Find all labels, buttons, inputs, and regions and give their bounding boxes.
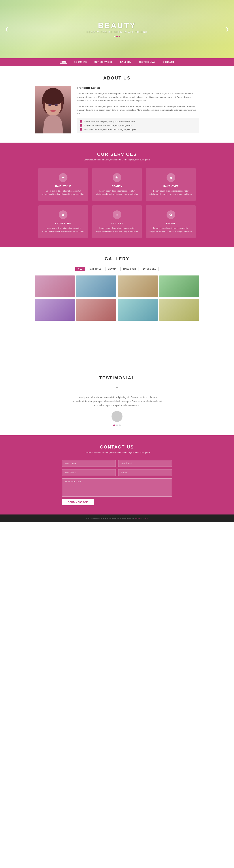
testimonial-title: TESTIMONIAL <box>15 375 219 380</box>
nav-item-contact[interactable]: CONTACT <box>163 61 174 64</box>
about-heading: Trending Styles <box>77 86 199 90</box>
service-name-5: FACIAL <box>149 222 192 225</box>
footer: © 2024 Beauty. All Rights Reserved. Desi… <box>0 515 234 522</box>
about-list-item-2: ✓ Sagittis, sem quis lacinia faucibus, o… <box>80 124 196 127</box>
service-card-2: ★ MAKE OVER Lorem ipsum dolor sit amet c… <box>146 168 196 201</box>
about-list-text-3: Ipsum dolor sit amet, consectetur Morbi … <box>84 128 136 130</box>
about-title: ABOUT US <box>15 75 219 81</box>
service-card-5: ✿ FACIAL Lorem ipsum dolor sit amet cons… <box>146 205 196 238</box>
service-name-2: MAKE OVER <box>149 185 192 188</box>
gallery-item-8[interactable] <box>159 299 199 321</box>
service-desc-1: Lorem ipsum dolor sit amet consectetur a… <box>96 189 138 196</box>
hero-next-arrow[interactable]: ❯ <box>224 25 230 33</box>
contact-message-textarea[interactable] <box>62 478 172 497</box>
about-list-item-1: ✓ Consectetur Morbi sagittis, sem quici … <box>80 120 196 123</box>
contact-form: SEND MESSAGE <box>62 460 172 505</box>
testimonial-dots <box>15 425 219 426</box>
contact-subject-input[interactable] <box>118 469 172 476</box>
testimonial-section: TESTIMONIAL " Lorem ipsum dolor sit amet… <box>0 366 234 435</box>
svg-point-9 <box>50 110 56 112</box>
contact-row-1 <box>62 460 172 467</box>
service-card-4: ♦ NAIL ART Lorem ipsum dolor sit amet co… <box>92 205 142 238</box>
service-name-3: NATURE SPA <box>42 222 85 225</box>
about-text: Trending Styles Lorem ipsum dolor sit am… <box>77 86 199 133</box>
service-desc-5: Lorem ipsum dolor sit amet consectetur a… <box>149 227 192 233</box>
svg-point-8 <box>54 104 58 105</box>
nav-item-home[interactable]: HOME <box>59 61 67 64</box>
contact-phone-input[interactable] <box>62 469 116 476</box>
quote-icon: " <box>15 386 219 393</box>
footer-text: © 2024 Beauty. All Rights Reserved. Desi… <box>86 518 134 519</box>
hero-dot-2[interactable] <box>116 36 118 37</box>
service-icon-4: ♦ <box>113 210 121 219</box>
t-dot-2[interactable] <box>116 425 118 426</box>
service-card-0: ✦ HAIR STYLE Lorem ipsum dolor sit amet … <box>38 168 88 201</box>
about-person-svg <box>35 86 71 133</box>
nav-item-services[interactable]: OUR SERVICES <box>94 61 113 64</box>
about-list-text-1: Consectetur Morbi sagittis, sem quici ip… <box>84 120 135 123</box>
service-desc-0: Lorem ipsum dolor sit amet consectetur a… <box>42 189 85 196</box>
service-desc-2: Lorem ipsum dolor sit amet consectetur a… <box>149 189 192 196</box>
nav-item-testimonial[interactable]: TESTIMONIAL <box>139 61 155 64</box>
about-image <box>35 86 71 133</box>
service-icon-2: ★ <box>166 173 175 182</box>
gallery-item-3[interactable] <box>118 276 158 297</box>
svg-point-7 <box>48 104 52 105</box>
hero-title: BEAUTY <box>86 21 147 30</box>
contact-email-input[interactable] <box>118 460 172 467</box>
gallery-section: GALLERY ALL HAIR STYLE BEAUTY MAKE OVER … <box>0 247 234 366</box>
hero-prev-arrow[interactable]: ❮ <box>4 25 10 33</box>
about-para-2: Lorem ipsum dolor sit amet, voluptaria, … <box>77 105 199 116</box>
gallery-item-7[interactable] <box>118 299 158 321</box>
gallery-item-5[interactable] <box>35 299 75 321</box>
services-section: OUR SERVICES Lorem ipsum dolor sit amet,… <box>0 143 234 247</box>
hero-content: BEAUTY BEAUTY CAN BE SEEN IN ALL THINGS <box>86 21 147 37</box>
about-content: Trending Styles Lorem ipsum dolor sit am… <box>35 86 199 133</box>
testimonial-text: Lorem ipsum dolor sit amet, consectetur … <box>71 396 163 407</box>
about-para-1: Lorem ipsum dolor sit amet, quis mea vol… <box>77 92 199 103</box>
testimonial-avatar <box>111 411 123 422</box>
service-name-4: NAIL ART <box>96 222 138 225</box>
gallery-title: GALLERY <box>15 256 219 261</box>
about-list-item-3: ✓ Ipsum dolor sit amet, consectetur Morb… <box>80 128 196 131</box>
contact-row-2 <box>62 469 172 476</box>
footer-brand-link[interactable]: ThemeWagon <box>135 518 148 519</box>
t-dot-1[interactable] <box>113 425 115 426</box>
services-grid: ✦ HAIR STYLE Lorem ipsum dolor sit amet … <box>38 168 196 238</box>
gallery-item-4[interactable] <box>159 276 199 297</box>
service-icon-3: ◆ <box>59 210 68 219</box>
gallery-item-6[interactable] <box>76 299 116 321</box>
contact-subtitle: Lorem ipsum dolor sit amet, consectetur … <box>15 452 219 454</box>
nav-item-about[interactable]: ABOUT ME <box>74 61 87 64</box>
filter-nature[interactable]: NATURE SPA <box>140 267 159 271</box>
t-dot-3[interactable] <box>119 425 121 426</box>
hero-dot-1[interactable] <box>114 36 115 37</box>
service-name-0: HAIR STYLE <box>42 185 85 188</box>
svg-point-4 <box>43 91 63 105</box>
bullet-icon-3: ✓ <box>80 128 82 131</box>
gallery-item-1[interactable] <box>35 276 75 297</box>
filter-hair[interactable]: HAIR STYLE <box>86 267 104 271</box>
filter-all[interactable]: ALL <box>75 267 85 271</box>
contact-title: CONTACT US <box>15 444 219 450</box>
nav-item-gallery[interactable]: GALLERY <box>120 61 132 64</box>
contact-section: CONTACT US Lorem ipsum dolor sit amet, c… <box>0 435 234 515</box>
service-card-3: ◆ NATURE SPA Lorem ipsum dolor sit amet … <box>38 205 88 238</box>
service-icon-0: ✦ <box>59 173 68 182</box>
main-nav: HOME ABOUT ME OUR SERVICES GALLERY TESTI… <box>0 58 234 66</box>
service-card-1: ❀ BEAUTY Lorem ipsum dolor sit amet cons… <box>92 168 142 201</box>
filter-beauty[interactable]: BEAUTY <box>105 267 120 271</box>
bullet-icon-1: ✓ <box>80 120 82 123</box>
contact-submit-button[interactable]: SEND MESSAGE <box>62 499 94 505</box>
about-section: ABOUT US <box>0 66 234 143</box>
hero-dot-3[interactable] <box>119 36 120 37</box>
hero-dots <box>86 36 147 37</box>
contact-name-input[interactable] <box>62 460 116 467</box>
hero-section: ❮ BEAUTY BEAUTY CAN BE SEEN IN ALL THING… <box>0 0 234 58</box>
service-name-1: BEAUTY <box>96 185 138 188</box>
gallery-item-2[interactable] <box>76 276 116 297</box>
services-title: OUR SERVICES <box>15 152 219 157</box>
service-icon-1: ❀ <box>113 173 121 182</box>
service-desc-4: Lorem ipsum dolor sit amet consectetur a… <box>96 227 138 233</box>
filter-makeover[interactable]: MAKE OVER <box>121 267 139 271</box>
